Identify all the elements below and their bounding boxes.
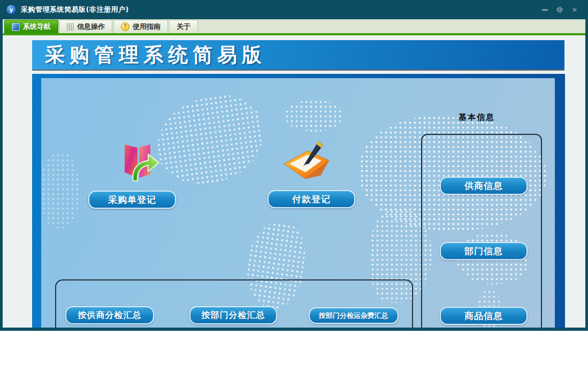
app-window: y 采购管理系统简易版(非注册用户) ✕ 系统导航 信息操作: [0, 0, 588, 331]
tab-bar: 系统导航 信息操作 ? 使用指南 关于: [3, 19, 585, 33]
title-bar: y 采购管理系统简易版(非注册用户) ✕: [3, 0, 585, 19]
tab-system-navigation[interactable]: 系统导航: [4, 20, 58, 33]
tab-label: 使用指南: [133, 22, 161, 32]
tab-user-guide[interactable]: ? 使用指南: [113, 20, 168, 33]
product-info-button[interactable]: 商品信息: [440, 307, 528, 325]
summary-by-department-label: 按部门分检汇总: [202, 310, 265, 321]
department-info-label: 部门信息: [464, 245, 503, 257]
minimize-icon: [542, 9, 548, 11]
map-dots-west-coast: [41, 153, 79, 228]
blue-square-icon: [12, 23, 20, 31]
tab-about[interactable]: 关于: [169, 20, 198, 33]
purchase-register-label: 采购单登记: [108, 194, 156, 206]
banner: 采购管理系统简易版: [32, 40, 564, 71]
basic-info-box: [421, 134, 542, 328]
world-map-canvas: 采购单登记 付款登记 基本信息 供商信息 部门信息 商品信息 按: [41, 78, 555, 328]
product-info-label: 商品信息: [464, 310, 503, 322]
restore-button[interactable]: [555, 5, 564, 14]
payment-register-icon[interactable]: [281, 138, 332, 187]
window-title: 采购管理系统简易版(非注册用户): [21, 5, 129, 14]
app-logo-icon: y: [6, 4, 17, 15]
minimize-button[interactable]: [540, 5, 549, 14]
summary-by-department-button[interactable]: 按部门分检汇总: [189, 306, 277, 324]
tab-label: 关于: [177, 22, 190, 32]
summary-by-department-freight-button[interactable]: 按部门分检运杂费汇总: [309, 307, 399, 324]
supplier-info-button[interactable]: 供商信息: [440, 177, 528, 195]
restore-icon: [556, 6, 563, 13]
map-frame: 采购单登记 付款登记 基本信息 供商信息 部门信息 商品信息 按: [32, 74, 565, 328]
map-dots-north-america: [151, 90, 269, 189]
summary-by-department-freight-label: 按部门分检运杂费汇总: [319, 311, 388, 321]
close-button[interactable]: ✕: [570, 5, 579, 14]
summary-by-supplier-label: 按供商分检汇总: [78, 310, 142, 321]
question-glyph: ?: [124, 24, 127, 29]
grid-icon: [67, 24, 74, 31]
purchase-register-icon[interactable]: [115, 138, 163, 188]
basic-info-title: 基本信息: [459, 112, 495, 123]
payment-register-label: 付款登记: [292, 193, 331, 206]
summary-by-supplier-button[interactable]: 按供商分检汇总: [65, 306, 154, 324]
tab-information-operations[interactable]: 信息操作: [59, 20, 112, 33]
map-dots-greenland: [285, 100, 343, 132]
coin-question-icon: ?: [121, 22, 129, 31]
window-controls: ✕: [540, 5, 582, 14]
client-area: 采购管理系统简易版: [3, 35, 585, 328]
purchase-register-button[interactable]: 采购单登记: [88, 191, 176, 209]
supplier-info-label: 供商信息: [464, 180, 503, 192]
tab-label: 信息操作: [77, 22, 105, 32]
tab-label: 系统导航: [23, 22, 51, 32]
app-logo-glyph: y: [9, 6, 13, 13]
payment-register-button[interactable]: 付款登记: [268, 190, 355, 208]
banner-title: 采购管理系统简易版: [32, 42, 266, 69]
department-info-button[interactable]: 部门信息: [440, 242, 528, 260]
